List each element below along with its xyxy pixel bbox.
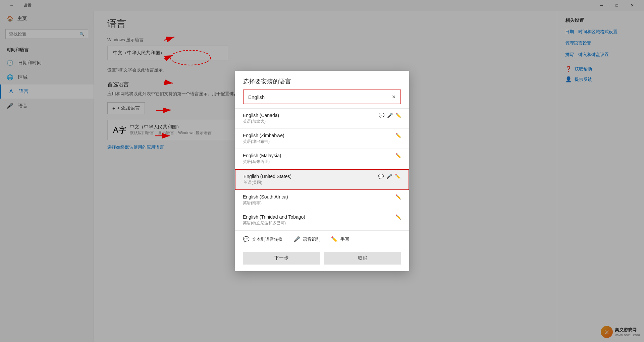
legend-label-0: 文本到语音转换 (252, 236, 283, 242)
lang-item-name-en-MY: English (Malaysia) ✏️ (243, 153, 401, 158)
mic-icon-us: 🎤 (386, 174, 392, 179)
legend-item-2: ✏️ 手写 (331, 236, 349, 242)
lang-item-sub-en-CA: 英语(加拿大) (243, 119, 401, 124)
lang-list-item-en-ZA[interactable]: English (South Africa) ✏️ 英语(南非) (235, 190, 409, 210)
language-list: English (Canada) 💬 🎤 ✏️ 英语(加拿大) English … (235, 108, 409, 230)
lang-item-name-en-ZW: English (Zimbabwe) ✏️ (243, 133, 401, 138)
legend-speech-icon: 💬 (243, 236, 250, 242)
pen-icon-tt: ✏️ (395, 214, 401, 220)
lang-list-item-en-CA[interactable]: English (Canada) 💬 🎤 ✏️ 英语(加拿大) (235, 109, 409, 129)
legend-label-2: 手写 (340, 236, 349, 242)
dialog-search-box: ✕ (243, 90, 401, 104)
lang-item-icons-en-US: 💬 🎤 ✏️ (378, 174, 400, 179)
dialog-actions: 下一步 取消 (235, 248, 409, 271)
lang-item-icons-en-CA: 💬 🎤 ✏️ (379, 113, 401, 118)
pen-icon-za: ✏️ (395, 194, 401, 199)
lang-list-item-en-TT[interactable]: English (Trinidad and Tobago) ✏️ 英语(特立尼达… (235, 210, 409, 230)
lang-item-icons-en-MY: ✏️ (395, 153, 401, 158)
lang-list-item-en-US[interactable]: English (United States) 💬 🎤 ✏️ 英语(美国) (235, 169, 409, 190)
lang-list-item-en-MY[interactable]: English (Malaysia) ✏️ 英语(马来西亚) (235, 149, 409, 169)
dialog-search-clear-button[interactable]: ✕ (387, 90, 400, 104)
lang-item-sub-en-US: 英语(美国) (244, 180, 400, 185)
speech-icon: 💬 (379, 113, 384, 118)
pen-icon-us: ✏️ (395, 174, 400, 179)
legend-mic-icon: 🎤 (293, 236, 300, 242)
legend-item-0: 💬 文本到语音转换 (243, 236, 283, 242)
next-button[interactable]: 下一步 (243, 252, 320, 265)
dialog-title: 选择要安装的语言 (243, 77, 401, 86)
lang-item-sub-en-ZA: 英语(南非) (243, 200, 401, 206)
pen-icon-my: ✏️ (395, 153, 401, 158)
lang-item-name-en-ZA: English (South Africa) ✏️ (243, 194, 401, 199)
pen-icon: ✏️ (395, 113, 401, 118)
lang-item-sub-en-ZW: 英语(津巴布韦) (243, 139, 401, 145)
lang-item-name-en-US: English (United States) 💬 🎤 ✏️ (244, 174, 400, 179)
dialog-search-input[interactable] (244, 91, 387, 103)
lang-item-name-en-CA: English (Canada) 💬 🎤 ✏️ (243, 113, 401, 118)
dialog-search-area: ✕ (235, 90, 409, 108)
legend-label-1: 语音识别 (303, 236, 320, 242)
lang-list-item-en-ZW[interactable]: English (Zimbabwe) ✏️ 英语(津巴布韦) (235, 129, 409, 149)
legend-item-1: 🎤 语音识别 (293, 236, 320, 242)
lang-item-sub-en-TT: 英语(特立尼达和多巴哥) (243, 220, 401, 226)
lang-item-sub-en-MY: 英语(马来西亚) (243, 159, 401, 165)
modal-overlay: 选择要安装的语言 ✕ English (Canada) 💬 🎤 ✏️ 英 (0, 0, 644, 342)
lang-item-name-en-TT: English (Trinidad and Tobago) ✏️ (243, 214, 401, 220)
legend-pen-icon: ✏️ (331, 236, 338, 242)
dialog-header: 选择要安装的语言 (235, 71, 409, 90)
speech-icon-us: 💬 (378, 174, 384, 179)
pen-icon-zw: ✏️ (395, 133, 401, 138)
lang-item-icons-en-TT: ✏️ (395, 214, 401, 220)
mic-icon: 🎤 (387, 113, 393, 118)
cancel-button[interactable]: 取消 (324, 252, 401, 265)
lang-item-icons-en-ZW: ✏️ (395, 133, 401, 138)
lang-item-icons-en-ZA: ✏️ (395, 194, 401, 199)
language-install-dialog: 选择要安装的语言 ✕ English (Canada) 💬 🎤 ✏️ 英 (235, 71, 409, 271)
dialog-legend: 💬 文本到语音转换 🎤 语音识别 ✏️ 手写 (235, 230, 409, 248)
